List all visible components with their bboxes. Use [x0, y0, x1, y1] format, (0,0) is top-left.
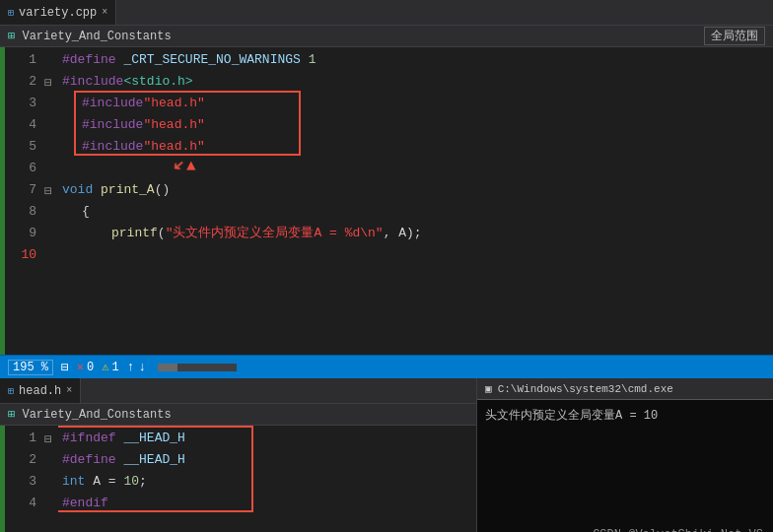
error-count: ✕ 0: [77, 360, 94, 374]
cpp-file-icon: ⊞: [8, 7, 14, 19]
cmd-title: C:\Windows\system32\cmd.exe: [498, 383, 673, 395]
bottom-collapse-gutter: ⊟: [44, 426, 58, 532]
bottom-tab[interactable]: ⊞ head.h ×: [0, 378, 81, 403]
warning-count: ⚠ 1: [102, 360, 118, 374]
error-icon: ✕: [77, 360, 84, 374]
code-line-9: printf("头文件内预定义全局变量A = %d\n", A);: [62, 223, 773, 244]
top-tab-bar: ⊞ variety.cpp ×: [0, 0, 773, 26]
cmd-titlebar: ▣ C:\Windows\system32\cmd.exe: [477, 378, 773, 400]
bottom-code-line-4: #endif: [62, 493, 476, 514]
bottom-tab-close[interactable]: ×: [66, 385, 72, 396]
bottom-area: ⊞ head.h × ⊞ Variety_And_Constants 1 2 3…: [0, 378, 773, 532]
code-line-2: #include<stdio.h>: [62, 71, 773, 93]
code-line-6: [62, 158, 773, 179]
watermark: CSDN @VelvetShiki_Not_VS: [593, 528, 763, 532]
top-breadcrumb-bar: ⊞ Variety_And_Constants 全局范围: [0, 26, 773, 47]
code-content-top: #define _CRT_SECURE_NO_WARNINGS 1 #inclu…: [58, 47, 773, 355]
code-line-4: #include"head.h": [62, 114, 773, 136]
bottom-code-line-1: #ifndef __HEAD_H: [62, 428, 476, 449]
warning-number: 1: [112, 361, 119, 374]
cmd-output-line: 头文件内预定义全局变量A = 10: [485, 409, 658, 423]
zoom-level[interactable]: 195 %: [8, 360, 53, 375]
code-line-3: #include"head.h": [62, 93, 773, 114]
line-numbers-top: 1 2 3 4 5 6 7 8 9 10: [5, 47, 44, 355]
top-breadcrumb-text: Variety_And_Constants: [22, 30, 171, 43]
top-tab[interactable]: ⊞ variety.cpp ×: [0, 0, 116, 25]
cmd-window: ▣ C:\Windows\system32\cmd.exe 头文件内预定义全局变…: [477, 378, 773, 532]
arrow-up-btn[interactable]: ↑: [127, 360, 135, 374]
arrow-down-btn[interactable]: ↓: [139, 360, 147, 374]
scrollbar[interactable]: [158, 364, 237, 371]
nav-arrows: ↑ ↓: [127, 360, 147, 374]
error-number: 0: [87, 361, 94, 374]
top-breadcrumb: ⊞ Variety_And_Constants: [8, 29, 172, 43]
h-file-icon: ⊞: [8, 385, 14, 397]
code-line-7: void print_A(): [62, 179, 773, 201]
code-line-5: #include"head.h": [62, 136, 773, 158]
status-bar: 195 % ⊟ ✕ 0 ⚠ 1 ↑ ↓: [0, 355, 773, 378]
bottom-breadcrumb-text: Variety_And_Constants: [22, 408, 171, 422]
status-bar-left: 195 % ⊟ ✕ 0 ⚠ 1 ↑ ↓: [8, 360, 237, 375]
collapse-gutter: ⊟ ⊟: [44, 47, 58, 355]
warning-icon: ⚠: [102, 360, 108, 374]
bottom-breadcrumb: ⊞ Variety_And_Constants: [8, 407, 172, 422]
top-code-area: 1 2 3 4 5 6 7 8 9 10 ⊟ ⊟ #define _CRT_SE…: [0, 47, 773, 355]
bottom-code-line-2: #define __HEAD_H: [62, 449, 476, 471]
top-tab-close[interactable]: ×: [102, 7, 107, 18]
code-content-bottom: #ifndef __HEAD_H #define __HEAD_H int A …: [58, 426, 476, 532]
bottom-code-line-3: int A = 10;: [62, 471, 476, 493]
top-tab-filename: variety.cpp: [19, 6, 97, 20]
top-editor: ⊞ variety.cpp × ⊞ Variety_And_Constants …: [0, 0, 773, 355]
bottom-tab-filename: head.h: [19, 384, 61, 398]
code-line-8: {: [62, 201, 773, 223]
cmd-output-area: 头文件内预定义全局变量A = 10: [477, 400, 773, 532]
bottom-tab-bar: ⊞ head.h ×: [0, 378, 476, 404]
line-numbers-bottom: 1 2 3 4: [5, 426, 44, 532]
scroll-thumb: [158, 364, 177, 371]
zoom-icon[interactable]: ⊟: [61, 360, 69, 375]
cmd-icon: ▣: [485, 382, 492, 395]
bottom-breadcrumb-bar: ⊞ Variety_And_Constants: [0, 404, 476, 426]
bottom-code-area: 1 2 3 4 ⊟ #ifndef __HEAD_H #define __HEA…: [0, 426, 476, 532]
bottom-editor: ⊞ head.h × ⊞ Variety_And_Constants 1 2 3…: [0, 378, 477, 532]
code-line-1: #define _CRT_SECURE_NO_WARNINGS 1: [62, 49, 773, 71]
scope-label: 全局范围: [704, 27, 765, 45]
